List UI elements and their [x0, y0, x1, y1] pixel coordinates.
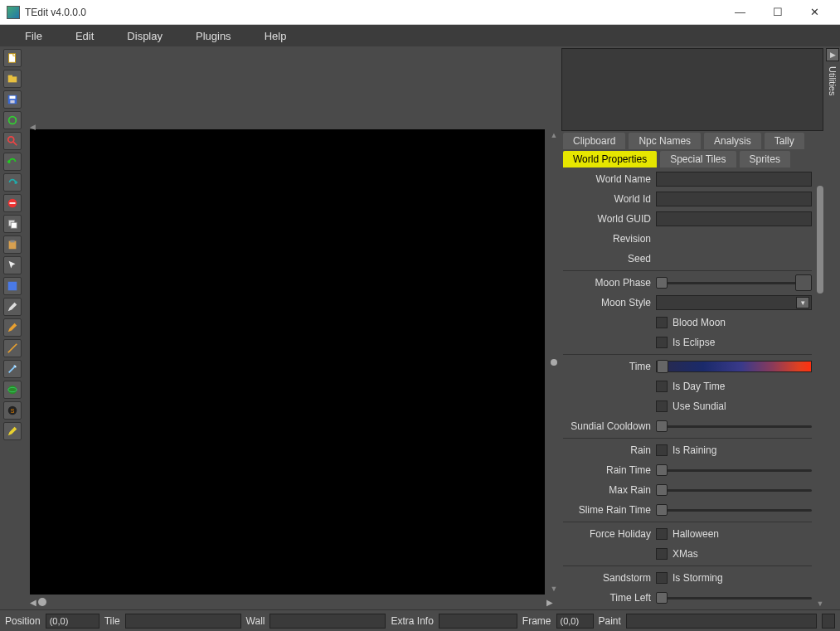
tool-globe[interactable] [3, 381, 22, 399]
status-bar: Position Tile Wall Extra Info Frame Pain… [0, 609, 840, 631]
tool-pencil[interactable] [3, 298, 22, 316]
status-extra-label: Extra Info [391, 615, 433, 627]
status-paint-value[interactable] [626, 614, 817, 629]
canvas-horizontal-scrollbar[interactable]: ◀ ▶ [25, 595, 560, 609]
checkbox-is-day-time[interactable] [656, 381, 668, 392]
world-canvas[interactable] [30, 129, 545, 595]
input-world-name[interactable] [656, 172, 812, 187]
tool-sprite[interactable]: S [3, 401, 22, 420]
checkbox-is-eclipse[interactable] [656, 337, 668, 348]
title-bar: TEdit v4.0.0.0 — ☐ ✕ [0, 0, 840, 25]
main-area: S ◀ ▲ ▼ ◀ ▶ Cl [0, 46, 840, 609]
tab-npc-names[interactable]: Npc Names [629, 133, 701, 149]
status-wall-value[interactable] [269, 614, 386, 629]
tabs-row-2: World Properties Special Tiles Sprites [560, 151, 825, 167]
canvas-vertical-scrollbar[interactable]: ▲ ▼ [548, 129, 560, 595]
tool-brush[interactable] [3, 318, 22, 337]
label-world-name: World Name [563, 173, 656, 185]
tool-line[interactable] [3, 339, 22, 357]
minimap[interactable] [561, 48, 823, 131]
checkbox-is-raining[interactable] [656, 444, 668, 456]
slider-time-left[interactable] [656, 590, 812, 605]
tool-wand[interactable] [3, 360, 22, 378]
svg-line-16 [8, 344, 17, 353]
checkbox-is-storming[interactable] [656, 572, 668, 584]
minimize-button[interactable]: — [721, 0, 759, 25]
tool-select[interactable] [3, 277, 22, 295]
svg-point-18 [8, 386, 17, 395]
tool-redo[interactable] [3, 173, 22, 192]
checkbox-blood-moon[interactable] [656, 317, 668, 328]
status-tile-value[interactable] [125, 614, 241, 629]
status-frame-label: Frame [522, 615, 551, 627]
menu-help[interactable]: Help [248, 27, 303, 46]
status-position-value[interactable] [46, 614, 100, 629]
label-rain: Rain [563, 444, 656, 456]
tool-refresh[interactable] [3, 111, 22, 129]
label-is-day: Is Day Time [672, 381, 725, 392]
tool-save[interactable] [3, 90, 22, 109]
label-force-holiday: Force Holiday [563, 528, 656, 540]
menu-plugins[interactable]: Plugins [179, 27, 248, 46]
label-sandstorm: Sandstorm [563, 572, 656, 584]
label-is-eclipse: Is Eclipse [672, 337, 715, 348]
slider-rain-time[interactable] [656, 463, 812, 478]
svg-rect-1 [8, 76, 17, 82]
tool-zoom[interactable] [3, 132, 22, 150]
label-world-guid: World GUID [563, 213, 656, 225]
tool-undo[interactable] [3, 153, 22, 171]
input-world-id[interactable] [656, 192, 812, 206]
label-world-id: World Id [563, 193, 656, 205]
label-rain-time: Rain Time [563, 464, 656, 476]
chevron-down-icon[interactable]: ▾ [796, 297, 809, 308]
maximize-button[interactable]: ☐ [759, 0, 796, 25]
utilities-sidebar: ▶ Utilities [825, 46, 840, 609]
tool-new[interactable] [3, 49, 22, 67]
slider-moon-phase[interactable] [656, 275, 812, 290]
menu-file[interactable]: File [8, 27, 59, 46]
menu-display[interactable]: Display [110, 27, 179, 46]
tab-bestiary-tally[interactable]: Tally [765, 133, 804, 149]
tab-sprites[interactable]: Sprites [740, 151, 790, 167]
menu-edit[interactable]: Edit [59, 27, 110, 46]
tool-copy[interactable] [3, 215, 22, 233]
status-wall-label: Wall [246, 615, 265, 627]
tab-special-tiles[interactable]: Special Tiles [660, 151, 736, 167]
checkbox-halloween[interactable] [656, 528, 668, 540]
utilities-label[interactable]: Utilities [828, 66, 838, 95]
checkbox-use-sundial[interactable] [656, 400, 668, 412]
status-resize-grip[interactable] [822, 614, 835, 629]
tab-world-properties[interactable]: World Properties [563, 151, 657, 167]
slider-sundial-cooldown[interactable] [656, 419, 812, 434]
dropdown-moon-style[interactable]: ▾ [656, 295, 812, 310]
tab-clipboard[interactable]: Clipboard [563, 133, 625, 149]
label-max-rain: Max Rain [563, 484, 656, 496]
checkbox-xmas[interactable] [656, 548, 668, 560]
tool-open[interactable] [3, 70, 22, 88]
input-world-guid[interactable] [656, 211, 812, 226]
status-paint-label: Paint [599, 615, 621, 627]
status-extra-value[interactable] [439, 614, 517, 629]
tool-pointer[interactable] [3, 256, 22, 274]
status-tile-label: Tile [104, 615, 120, 627]
slider-max-rain[interactable] [656, 483, 812, 498]
slider-slime-rain-time[interactable] [656, 502, 812, 517]
label-seed: Seed [563, 253, 656, 265]
svg-rect-4 [10, 96, 16, 100]
close-button[interactable]: ✕ [796, 0, 833, 25]
tool-paint[interactable] [3, 422, 22, 440]
world-properties-panel: World Name World Id World GUID Revision … [560, 167, 815, 609]
tab-analysis[interactable]: Analysis [704, 133, 761, 149]
tool-palette: S [0, 46, 25, 609]
svg-point-7 [8, 137, 14, 143]
tool-paste[interactable] [3, 235, 22, 254]
label-blood-moon: Blood Moon [672, 317, 726, 328]
label-moon-phase: Moon Phase [563, 277, 656, 289]
slider-time[interactable] [656, 361, 812, 372]
utilities-expand-button[interactable]: ▶ [826, 48, 839, 61]
status-frame-value[interactable] [556, 614, 594, 629]
properties-scrollbar[interactable]: ▼ [815, 167, 825, 609]
tool-delete[interactable] [3, 194, 22, 212]
header-scrollbar[interactable]: ◀ [30, 118, 558, 128]
svg-rect-5 [10, 100, 14, 104]
